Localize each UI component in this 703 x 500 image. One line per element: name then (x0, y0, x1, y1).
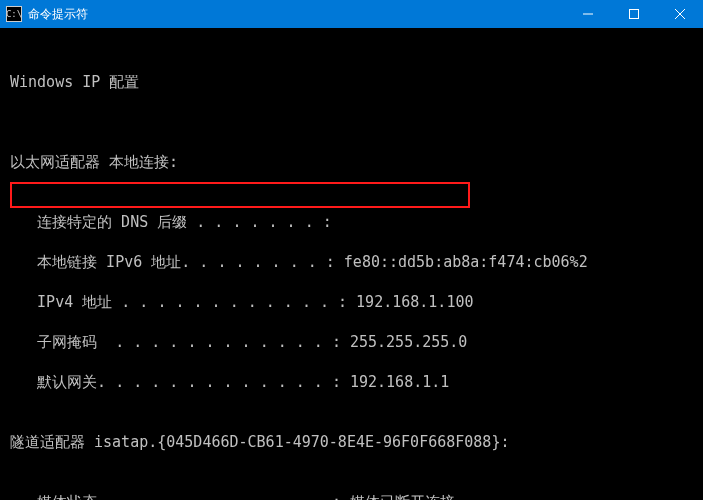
maximize-icon (629, 9, 639, 19)
terminal-line: 本地链接 IPv6 地址. . . . . . . . : fe80::dd5b… (10, 252, 695, 272)
minimize-button[interactable] (565, 0, 611, 28)
terminal-line: 媒体状态 . . . . . . . . . . . . : 媒体已断开连接 (10, 492, 695, 500)
svg-rect-1 (630, 10, 639, 19)
terminal-line: IPv4 地址 . . . . . . . . . . . . : 192.16… (10, 292, 695, 312)
terminal-line: 以太网适配器 本地连接: (10, 152, 695, 172)
terminal-line: 子网掩码 . . . . . . . . . . . . : 255.255.2… (10, 332, 695, 352)
cmd-window: C:\ 命令提示符 Windows IP 配置 以太网适配器 本地连接: 连接特… (0, 0, 703, 500)
minimize-icon (583, 9, 593, 19)
close-icon (675, 9, 685, 19)
close-button[interactable] (657, 0, 703, 28)
terminal-line: 默认网关. . . . . . . . . . . . . : 192.168.… (10, 372, 695, 392)
maximize-button[interactable] (611, 0, 657, 28)
window-title: 命令提示符 (28, 6, 88, 23)
titlebar[interactable]: C:\ 命令提示符 (0, 0, 703, 28)
terminal-output[interactable]: Windows IP 配置 以太网适配器 本地连接: 连接特定的 DNS 后缀 … (0, 28, 703, 500)
app-icon: C:\ (6, 6, 22, 22)
terminal-line: 隧道适配器 isatap.{045D466D-CB61-4970-8E4E-96… (10, 432, 695, 452)
terminal-line: Windows IP 配置 (10, 72, 695, 92)
terminal-line: 连接特定的 DNS 后缀 . . . . . . . : (10, 212, 695, 232)
